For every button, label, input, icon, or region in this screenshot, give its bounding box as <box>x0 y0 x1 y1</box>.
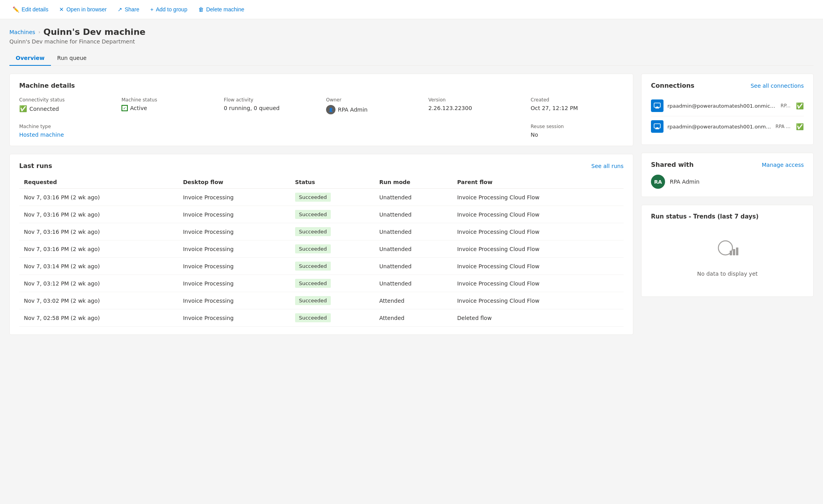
trends-title: Run status - Trends (last 7 days) <box>651 213 804 220</box>
tabs: Overview Run queue <box>9 51 814 66</box>
tab-run-queue[interactable]: Run queue <box>51 51 93 66</box>
owner-label: Owner <box>326 97 419 103</box>
add-to-group-label: Add to group <box>156 6 187 13</box>
reuse-session-label: Reuse session <box>531 124 624 129</box>
cell-run-mode: Unattended <box>375 258 453 275</box>
shared-with-user: RA RPA Admin <box>651 175 804 189</box>
cell-desktop-flow: Invoice Processing <box>178 189 290 206</box>
breadcrumb-separator: › <box>38 29 40 35</box>
owner-value: 👤 RPA Admin <box>326 105 419 114</box>
cell-parent-flow: Invoice Processing Cloud Flow <box>452 258 624 275</box>
run-status-trends-card: Run status - Trends (last 7 days) No dat… <box>641 205 814 297</box>
table-row[interactable]: Nov 7, 02:58 PM (2 wk ago) Invoice Proce… <box>19 309 624 327</box>
svg-rect-1 <box>655 108 659 108</box>
table-row[interactable]: Nov 7, 03:12 PM (2 wk ago) Invoice Proce… <box>19 275 624 292</box>
col-status: Status <box>290 176 375 189</box>
svg-rect-9 <box>736 247 738 255</box>
toolbar: ✏️ Edit details ✕ Open in browser ↗ Shar… <box>0 0 823 19</box>
cell-desktop-flow: Invoice Processing <box>178 206 290 223</box>
cell-parent-flow: Invoice Processing Cloud Flow <box>452 206 624 223</box>
share-label: Share <box>125 6 139 13</box>
no-data-text: No data to display yet <box>697 271 758 277</box>
created-label: Created <box>531 97 624 103</box>
table-row[interactable]: Nov 7, 03:16 PM (2 wk ago) Invoice Proce… <box>19 206 624 223</box>
table-row[interactable]: Nov 7, 03:02 PM (2 wk ago) Invoice Proce… <box>19 292 624 309</box>
flow-activity-value: 0 running, 0 queued <box>224 105 317 111</box>
machine-type-label: Machine type <box>19 124 112 129</box>
delete-icon: 🗑 <box>198 6 204 13</box>
cell-requested: Nov 7, 03:14 PM (2 wk ago) <box>19 258 178 275</box>
reuse-session-value: No <box>531 132 624 138</box>
cell-desktop-flow: Invoice Processing <box>178 223 290 240</box>
cell-desktop-flow: Invoice Processing <box>178 258 290 275</box>
machine-status-value: ✓ Active <box>121 105 214 111</box>
add-to-group-button[interactable]: + Add to group <box>146 4 192 15</box>
cell-requested: Nov 7, 02:58 PM (2 wk ago) <box>19 309 178 327</box>
shared-with-title: Shared with <box>651 161 694 168</box>
see-all-runs-link[interactable]: See all runs <box>591 163 624 169</box>
manage-access-link[interactable]: Manage access <box>762 162 804 168</box>
svg-rect-8 <box>733 249 735 255</box>
add-icon: + <box>150 6 154 13</box>
cell-status: Succeeded <box>290 258 375 275</box>
runs-header: Last runs See all runs <box>19 162 624 170</box>
col-run-mode: Run mode <box>375 176 453 189</box>
cell-parent-flow: Invoice Processing Cloud Flow <box>452 189 624 206</box>
table-row[interactable]: Nov 7, 03:16 PM (2 wk ago) Invoice Proce… <box>19 189 624 206</box>
connections-list: rpaadmin@powerautomatesh001.onmicros... … <box>651 96 804 137</box>
status-badge: Succeeded <box>295 227 331 236</box>
created-item: Created Oct 27, 12:12 PM <box>531 97 624 114</box>
cell-requested: Nov 7, 03:16 PM (2 wk ago) <box>19 240 178 258</box>
open-browser-button[interactable]: ✕ Open in browser <box>54 4 111 15</box>
runs-table-body: Nov 7, 03:16 PM (2 wk ago) Invoice Proce… <box>19 189 624 327</box>
machine-type-item: Machine type Hosted machine <box>19 124 112 138</box>
connection-email: rpaadmin@powerautomatesh001.onmicros... <box>667 103 777 109</box>
share-button[interactable]: ↗ Share <box>113 4 144 15</box>
share-icon: ↗ <box>118 6 122 13</box>
breadcrumb-parent[interactable]: Machines <box>9 29 35 35</box>
runs-table-header: Requested Desktop flow Status Run mode P… <box>19 176 624 189</box>
active-icon: ✓ <box>121 105 128 111</box>
version-item: Version 2.26.123.22300 <box>428 97 521 114</box>
cell-desktop-flow: Invoice Processing <box>178 275 290 292</box>
open-browser-icon: ✕ <box>59 6 64 13</box>
connection-check-icon: ✅ <box>796 123 804 130</box>
page-container: Machines › Quinn's Dev machine Quinn's D… <box>0 19 823 343</box>
cell-requested: Nov 7, 03:16 PM (2 wk ago) <box>19 206 178 223</box>
connections-card: Connections See all connections rpaadmin… <box>641 74 814 145</box>
edit-details-button[interactable]: ✏️ Edit details <box>8 4 53 15</box>
no-data-icon <box>716 238 739 266</box>
machine-status-item: Machine status ✓ Active <box>121 97 214 114</box>
flow-activity-item: Flow activity 0 running, 0 queued <box>224 97 317 114</box>
tab-overview[interactable]: Overview <box>9 51 51 66</box>
machine-type-value: Hosted machine <box>19 132 112 138</box>
connectivity-status-item: Connectivity status ✅ Connected <box>19 97 112 114</box>
no-data-container: No data to display yet <box>651 226 804 289</box>
table-row[interactable]: Nov 7, 03:16 PM (2 wk ago) Invoice Proce… <box>19 240 624 258</box>
cell-run-mode: Unattended <box>375 275 453 292</box>
created-value: Oct 27, 12:12 PM <box>531 105 624 111</box>
cell-status: Succeeded <box>290 292 375 309</box>
status-badge: Succeeded <box>295 279 331 288</box>
cell-parent-flow: Invoice Processing Cloud Flow <box>452 275 624 292</box>
owner-item: Owner 👤 RPA Admin <box>326 97 419 114</box>
user-name: RPA Admin <box>670 179 700 185</box>
cell-desktop-flow: Invoice Processing <box>178 240 290 258</box>
status-badge: Succeeded <box>295 193 331 202</box>
flow-activity-label: Flow activity <box>224 97 317 103</box>
delete-machine-label: Delete machine <box>206 6 244 13</box>
connectivity-status-label: Connectivity status <box>19 97 112 103</box>
delete-machine-button[interactable]: 🗑 Delete machine <box>194 4 249 15</box>
table-row[interactable]: Nov 7, 03:14 PM (2 wk ago) Invoice Proce… <box>19 258 624 275</box>
see-all-connections-link[interactable]: See all connections <box>750 83 804 89</box>
machine-status-label: Machine status <box>121 97 214 103</box>
cell-status: Succeeded <box>290 309 375 327</box>
connection-email: rpaadmin@powerautomatesh001.onmicro... <box>667 124 772 130</box>
cell-run-mode: Unattended <box>375 206 453 223</box>
cell-run-mode: Attended <box>375 292 453 309</box>
connection-item: rpaadmin@powerautomatesh001.onmicros... … <box>651 96 804 116</box>
table-row[interactable]: Nov 7, 03:16 PM (2 wk ago) Invoice Proce… <box>19 223 624 240</box>
last-runs-title: Last runs <box>19 162 52 170</box>
owner-avatar: 👤 <box>326 105 335 114</box>
shared-with-header: Shared with Manage access <box>651 161 804 168</box>
